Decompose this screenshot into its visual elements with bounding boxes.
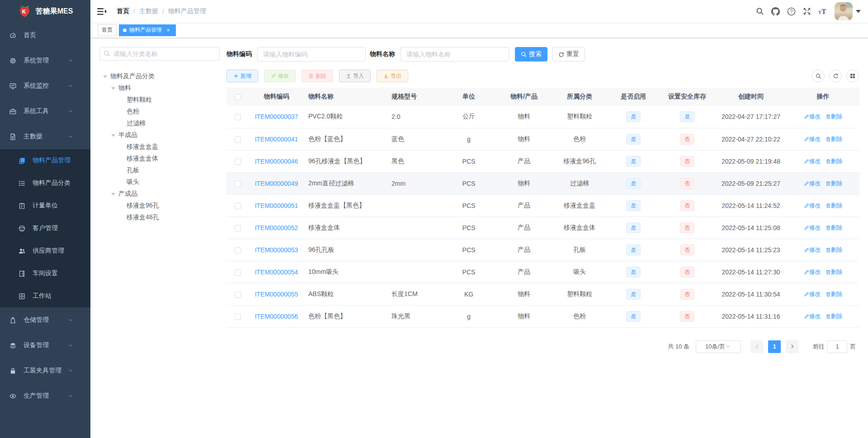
row-edit-button[interactable]: 修改 [804,179,821,188]
tree-node[interactable]: 孔板 [99,165,220,176]
row-delete-button[interactable]: 删除 [826,290,843,298]
sidebar-item-tool[interactable]: 系统工具 [0,99,90,124]
tree-filter-input[interactable] [99,47,220,61]
sidebar-item-home[interactable]: 首页 [0,23,90,48]
add-button[interactable]: 新增 [226,70,258,82]
sidebar-item-monitor[interactable]: 系统监控 [0,73,90,99]
tree-node[interactable]: 塑料颗粒 [99,94,220,106]
select-all-checkbox[interactable] [235,94,241,100]
close-icon[interactable]: × [165,27,172,34]
item-code-link[interactable]: ITEM00000052 [255,224,298,231]
caret-expanded-icon[interactable] [108,86,118,90]
sidebar-item-workshop[interactable]: 车间设置 [0,262,90,285]
item-code-link[interactable]: ITEM00000056 [255,313,298,320]
caret-expanded-icon[interactable] [108,133,118,137]
edit-button[interactable]: 修改 [264,70,296,82]
tree-node[interactable]: 物料及产品分类 [99,71,220,82]
query-input-name[interactable] [401,47,509,61]
tag-current[interactable]: 物料产品管理× [119,24,176,36]
item-code-link[interactable]: ITEM00000049 [255,180,298,187]
import-button[interactable]: 导入 [339,70,371,82]
row-checkbox[interactable] [235,114,241,120]
row-delete-button[interactable]: 删除 [826,246,843,254]
tree-node[interactable]: 过滤棉 [99,118,220,129]
refresh-button[interactable] [829,70,842,82]
sidebar-item-customer[interactable]: 客户管理 [0,217,90,240]
item-code-link[interactable]: ITEM00000046 [255,158,298,165]
sidebar-item-warehouse[interactable]: 仓储管理 [0,307,90,333]
tree-node[interactable]: 移液盒96孔 [99,200,220,212]
column-settings-button[interactable] [846,70,859,82]
page-size-select[interactable]: 10条/页 [696,340,741,353]
row-edit-button[interactable]: 修改 [804,202,821,210]
row-edit-button[interactable]: 修改 [804,246,821,254]
user-menu[interactable] [835,2,861,20]
row-delete-button[interactable]: 删除 [826,179,843,188]
reset-button[interactable]: 重置 [552,47,585,61]
row-edit-button[interactable]: 修改 [804,113,821,121]
row-checkbox[interactable] [235,269,241,276]
caret-expanded-icon[interactable] [99,75,110,79]
fullscreen-button[interactable] [799,0,815,23]
prev-page-button[interactable] [750,340,763,353]
row-edit-button[interactable]: 修改 [804,312,821,320]
item-code-link[interactable]: ITEM00000055 [255,291,298,298]
tree-node[interactable]: 移液盒盒体 [99,153,220,165]
sidebar-item-workstation[interactable]: 工作站 [0,285,90,307]
row-edit-button[interactable]: 修改 [804,290,821,298]
help-button[interactable]: ? [783,0,799,23]
row-checkbox[interactable] [235,203,241,209]
tag-home[interactable]: 首页 [98,24,117,36]
sidebar-item-fixture[interactable]: 工装夹具管理 [0,358,90,383]
row-checkbox[interactable] [235,314,241,320]
sidebar-item-device[interactable]: 设备管理 [0,333,90,358]
row-delete-button[interactable]: 删除 [826,113,843,121]
tree-node[interactable]: 移液盒盒盖 [99,141,220,153]
header-search-button[interactable] [752,0,768,23]
row-checkbox[interactable] [235,247,241,254]
sidebar-item-masterdata[interactable]: 主数据 [0,124,90,149]
tree-node[interactable]: 物料 [99,82,220,94]
sidebar-item-production[interactable]: 生产管理 [0,383,90,409]
tree-node[interactable]: 移液盒48孔 [99,212,220,223]
hide-search-button[interactable] [812,70,825,82]
row-edit-button[interactable]: 修改 [804,135,821,143]
export-button[interactable]: 导出 [377,70,408,82]
row-checkbox[interactable] [235,159,241,165]
sidebar-item-item-mgmt[interactable]: 物料产品管理 [0,149,90,172]
row-delete-button[interactable]: 删除 [826,202,843,210]
github-button[interactable] [768,0,783,23]
row-edit-button[interactable]: 修改 [804,268,821,276]
row-delete-button[interactable]: 删除 [826,312,843,320]
app-logo[interactable]: K 苦糖果MES [0,0,90,23]
row-edit-button[interactable]: 修改 [804,157,821,165]
tree-node[interactable]: 吸头 [99,176,220,188]
tree-node[interactable]: 半成品 [99,129,220,141]
row-checkbox[interactable] [235,181,241,187]
sidebar-item-item-category[interactable]: 物料产品分类 [0,172,90,194]
breadcrumb-home[interactable]: 首页 [117,7,129,15]
sidebar-item-system[interactable]: 系统管理 [0,48,90,73]
delete-button[interactable]: 删除 [302,70,333,82]
row-delete-button[interactable]: 删除 [826,135,843,143]
tree-node[interactable]: 色粉 [99,106,220,118]
item-code-link[interactable]: ITEM00000041 [255,136,298,143]
row-checkbox[interactable] [235,137,241,143]
item-code-link[interactable]: ITEM00000053 [255,246,298,254]
item-code-link[interactable]: ITEM00000054 [255,268,298,276]
next-page-button[interactable] [786,340,798,353]
row-edit-button[interactable]: 修改 [804,224,821,232]
caret-expanded-icon[interactable] [108,192,118,196]
search-button[interactable]: 搜索 [515,47,547,61]
row-delete-button[interactable]: 删除 [826,224,843,232]
row-delete-button[interactable]: 删除 [826,268,843,276]
query-input-code[interactable] [257,47,366,61]
goto-page-input[interactable] [827,340,847,353]
sidebar-fold-button[interactable] [90,0,113,23]
sidebar-item-unit[interactable]: 计量单位 [0,194,90,217]
row-checkbox[interactable] [235,292,241,298]
item-code-link[interactable]: ITEM00000037 [255,113,298,120]
page-number-1[interactable]: 1 [768,340,781,353]
row-delete-button[interactable]: 删除 [826,157,843,165]
row-checkbox[interactable] [235,225,241,231]
